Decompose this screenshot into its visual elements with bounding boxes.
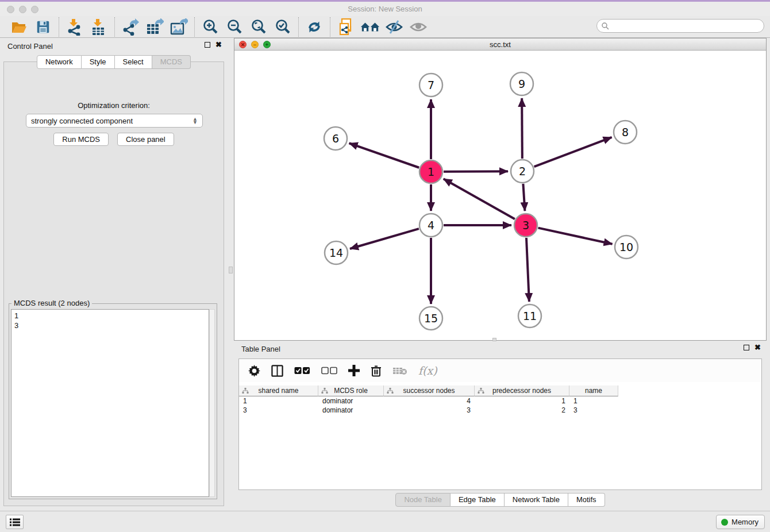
tab-network-table[interactable]: Network Table xyxy=(505,493,568,507)
zoom-out-icon xyxy=(226,18,243,36)
hide-selected-button[interactable] xyxy=(384,18,404,36)
trash-icon xyxy=(371,365,382,377)
tab-node-table[interactable]: Node Table xyxy=(395,493,451,507)
vertical-splitter-handle[interactable] xyxy=(229,267,233,273)
tab-edge-table[interactable]: Edge Table xyxy=(451,493,505,507)
zoom-fit-content-button[interactable] xyxy=(249,18,268,36)
column-header-shared-name[interactable]: shared name xyxy=(239,385,318,396)
zoom-in-button[interactable] xyxy=(201,18,220,36)
show-all-button[interactable] xyxy=(409,18,428,36)
unchecked-boxes-icon xyxy=(321,367,337,375)
graph-edge-1-6[interactable] xyxy=(349,143,419,167)
tab-mcds[interactable]: MCDS xyxy=(152,55,191,69)
select-all-columns-button[interactable] xyxy=(294,363,310,379)
save-session-button[interactable] xyxy=(33,18,53,36)
memory-button-label: Memory xyxy=(732,518,759,526)
column-header-name[interactable]: name xyxy=(569,385,618,396)
graph-node-label-11: 11 xyxy=(523,310,537,322)
table-row[interactable]: 3dominator323 xyxy=(239,406,761,415)
zoom-out-button[interactable] xyxy=(225,18,244,36)
create-new-column-button[interactable] xyxy=(348,363,360,379)
attribute-tree-icon xyxy=(387,388,394,394)
split-panel-button[interactable] xyxy=(271,363,283,379)
task-history-button[interactable] xyxy=(6,515,24,529)
float-table-panel-icon[interactable] xyxy=(744,345,749,350)
list-icon xyxy=(10,518,20,526)
import-table-icon xyxy=(90,18,107,36)
close-panel-button[interactable]: Close panel xyxy=(117,133,174,146)
table-settings-gear-button[interactable] xyxy=(248,363,260,379)
mcds-result-title: MCDS result (2 nodes) xyxy=(11,299,92,307)
table-cell-predecessor-nodes[interactable]: 2 xyxy=(475,406,569,414)
graph-node-label-6: 6 xyxy=(332,132,339,145)
table-cell-MCDS-role[interactable]: dominator xyxy=(318,397,384,405)
apply-layout-button[interactable] xyxy=(305,18,324,36)
graph-edge-4-14[interactable] xyxy=(350,229,419,249)
float-panel-icon[interactable] xyxy=(205,42,210,48)
mcds-result-text[interactable]: 1 3 xyxy=(11,309,209,497)
run-mcds-button[interactable]: Run MCDS xyxy=(53,133,109,146)
title-bar: Session: New Session xyxy=(0,2,770,16)
tab-motifs[interactable]: Motifs xyxy=(568,493,605,507)
graph-node-label-10: 10 xyxy=(619,241,633,253)
toolbar-search xyxy=(596,19,764,33)
control-panel: Control Panel ✖ NetworkStyleSelectMCDS O… xyxy=(0,38,228,510)
save-floppy-icon xyxy=(35,19,51,35)
graph-node-label-2: 2 xyxy=(519,165,526,178)
import-table-button[interactable] xyxy=(89,18,109,36)
status-bar: Memory xyxy=(0,511,770,532)
network-canvas[interactable]: 7968124314101511 xyxy=(234,51,766,340)
table-cell-shared-name[interactable]: 1 xyxy=(239,397,318,405)
column-header-successor-nodes[interactable]: successor nodes xyxy=(384,385,475,396)
function-builder-button[interactable]: f(x) xyxy=(418,363,437,379)
network-window-titlebar[interactable]: ✕ − + scc.txt xyxy=(234,38,766,51)
table-cell-MCDS-role[interactable]: dominator xyxy=(318,406,384,414)
memory-button[interactable]: Memory xyxy=(716,515,765,529)
delete-columns-button[interactable] xyxy=(371,363,382,379)
eye-icon xyxy=(409,19,428,35)
graph-edge-2-9[interactable] xyxy=(522,98,522,159)
close-table-panel-icon[interactable]: ✖ xyxy=(754,345,761,350)
table-cell-name[interactable]: 3 xyxy=(569,406,618,414)
graph-node-label-3: 3 xyxy=(522,219,529,232)
eye-slash-icon xyxy=(385,19,403,35)
networks-home-button[interactable] xyxy=(360,18,380,36)
table-tabs: Node TableEdge TableNetwork TableMotifs xyxy=(234,491,767,508)
node-table-container: f(x) shared nameMCDS rolesuccessor nodes… xyxy=(238,358,762,490)
graph-edge-3-10[interactable] xyxy=(538,228,612,244)
tab-select[interactable]: Select xyxy=(115,55,152,69)
export-table-icon xyxy=(145,18,164,36)
tab-style[interactable]: Style xyxy=(82,55,115,69)
graph-edge-2-3[interactable] xyxy=(523,184,525,211)
close-panel-icon[interactable]: ✖ xyxy=(215,42,222,48)
tab-network[interactable]: Network xyxy=(37,55,82,69)
mcds-result-fieldset: MCDS result (2 nodes) 1 3 xyxy=(9,303,217,499)
criterion-dropdown-value: strongly connected component xyxy=(31,117,133,125)
table-cell-successor-nodes[interactable]: 4 xyxy=(384,397,475,405)
search-input[interactable] xyxy=(609,21,764,31)
search-icon xyxy=(601,22,609,30)
column-header-predecessor-nodes[interactable]: predecessor nodes xyxy=(475,385,569,396)
table-cell-predecessor-nodes[interactable]: 1 xyxy=(475,397,569,405)
export-network-button[interactable] xyxy=(121,18,140,36)
new-network-from-selection-button[interactable] xyxy=(336,18,356,36)
table-row[interactable]: 1dominator411 xyxy=(239,396,761,406)
export-table-button[interactable] xyxy=(145,18,164,36)
graph-edge-1-2[interactable] xyxy=(444,171,508,172)
control-panel-title: Control Panel xyxy=(7,42,53,51)
delete-table-button[interactable] xyxy=(392,363,407,379)
graph-edge-3-11[interactable] xyxy=(526,238,529,302)
criterion-dropdown[interactable]: strongly connected component ▲▼ xyxy=(26,114,203,128)
import-network-button[interactable] xyxy=(65,18,84,36)
mcds-result-scrollbar[interactable] xyxy=(209,309,215,497)
zoom-selected-button[interactable] xyxy=(273,18,292,36)
column-header-MCDS-role[interactable]: MCDS role xyxy=(318,385,384,396)
table-cell-name[interactable]: 1 xyxy=(569,397,618,405)
deselect-all-columns-button[interactable] xyxy=(321,363,337,379)
graph-edge-3-1[interactable] xyxy=(444,179,515,219)
graph-edge-2-8[interactable] xyxy=(534,137,612,167)
open-session-button[interactable] xyxy=(9,18,29,36)
export-image-button[interactable] xyxy=(169,18,188,36)
table-cell-shared-name[interactable]: 3 xyxy=(239,406,318,414)
table-cell-successor-nodes[interactable]: 3 xyxy=(384,406,475,414)
